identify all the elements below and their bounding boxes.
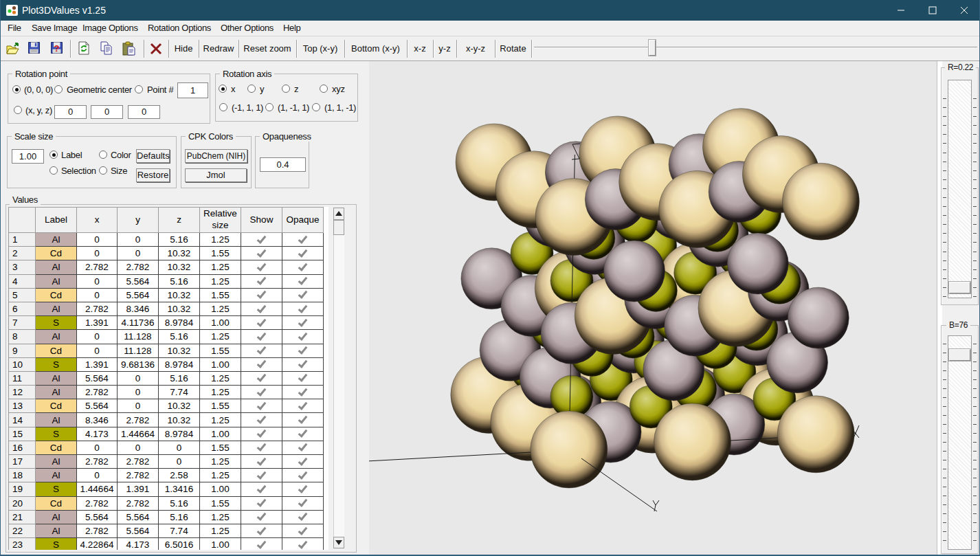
svg-text:?: ? bbox=[54, 43, 60, 54]
